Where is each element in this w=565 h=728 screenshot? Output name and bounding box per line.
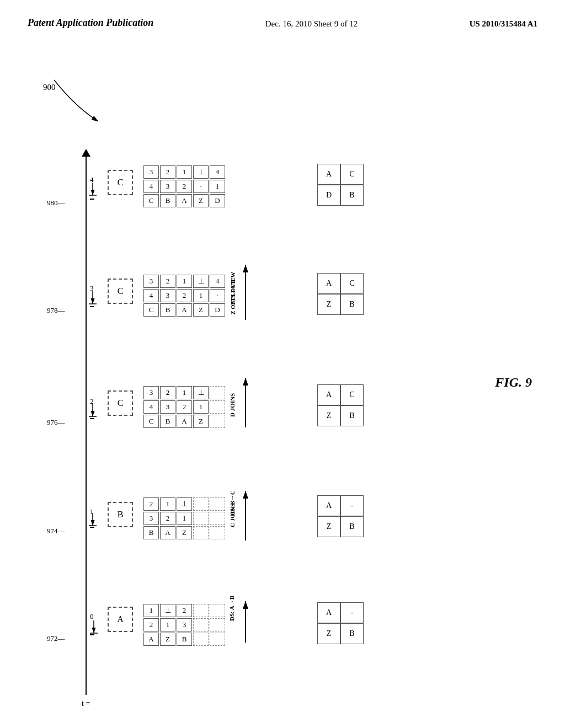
cell: · (193, 180, 209, 193)
cell: A (177, 194, 192, 207)
cell: 1 (193, 289, 209, 302)
label-978: 978— (47, 306, 65, 315)
cell: 1 (210, 180, 225, 193)
cell: C (340, 273, 364, 294)
cell: 1 (177, 386, 192, 399)
cell: 1 (177, 275, 192, 288)
step-1-arrow (84, 510, 101, 529)
step-4-arrow (84, 180, 101, 199)
cell: 2 (177, 604, 192, 617)
cell: B (340, 185, 364, 206)
cell: D (317, 185, 340, 206)
cell: 1 (160, 497, 175, 511)
step-2-arrow (84, 401, 101, 420)
cell: 4 (210, 275, 225, 288)
label-976: 976— (47, 418, 65, 427)
label-z-opts-2: SELF VIEW (230, 272, 236, 303)
cell: - (340, 602, 364, 623)
node-b-t1: B (108, 502, 133, 527)
grid-t4: 3 2 1 ⊥ 4 4 3 2 · 1 C B A Z D (143, 165, 226, 208)
cell: ⊥ (193, 165, 209, 179)
cell: B (177, 633, 192, 646)
cell: · (210, 289, 225, 302)
t-label: t = (82, 699, 90, 708)
right-grid-t4: A C D B (317, 164, 364, 206)
cell: 4 (210, 165, 225, 179)
cell: C (143, 415, 159, 428)
cell: C (143, 194, 159, 207)
grid-t0: 1 ⊥ 2 2 1 3 A Z B (143, 604, 226, 647)
cell: A (143, 633, 159, 646)
cell: 2 (160, 165, 175, 179)
cell (210, 633, 225, 646)
node-c-t3: C (108, 279, 133, 304)
cell: Z (317, 294, 340, 315)
cell: ⊥ (193, 275, 209, 288)
cell: B (143, 526, 159, 539)
label-974: 974— (47, 527, 65, 536)
cell (210, 497, 225, 511)
cell: D (210, 303, 225, 317)
cell: B (340, 294, 364, 315)
label-972: 972— (47, 634, 65, 643)
cell (210, 400, 225, 414)
cell: 3 (177, 618, 192, 631)
arrow-c-joins (229, 485, 273, 552)
axis-arrow-top (82, 149, 90, 157)
patent-number: US 2010/315484 A1 (470, 17, 537, 29)
node-c-t2: C (108, 390, 133, 416)
cell: 3 (143, 512, 159, 525)
cell: B (160, 415, 175, 428)
cell (210, 415, 225, 428)
cell: ⊥ (193, 386, 209, 399)
right-grid-t3: A C Z B (317, 273, 364, 315)
grid-t2: 3 2 1 ⊥ 4 3 2 1 C B A Z (143, 386, 226, 429)
cell: 4 (143, 400, 159, 414)
cell: Z (160, 633, 175, 646)
cell (210, 618, 225, 631)
arrow-d-joins (229, 372, 273, 438)
cell: 2 (160, 512, 175, 525)
cell (193, 633, 209, 646)
time-axis-line (86, 154, 87, 695)
cell: Z (317, 405, 340, 426)
cell: 1 (193, 400, 209, 414)
cell (193, 604, 209, 617)
cell: 3 (160, 400, 175, 414)
cell: 3 (160, 289, 175, 302)
cell: 4 (143, 180, 159, 193)
cell (210, 512, 225, 525)
cell: ⊥ (177, 497, 192, 511)
cell (210, 604, 225, 617)
cell: Z (317, 623, 340, 644)
page-header: Patent Application Publication Dec. 16, … (0, 0, 565, 35)
cell: A (177, 303, 192, 317)
cell: 3 (143, 165, 159, 179)
cell: 2 (160, 386, 175, 399)
right-grid-t0: A - Z B (317, 602, 364, 644)
cell: 3 (143, 275, 159, 288)
cell: - (340, 495, 364, 516)
cell: B (340, 516, 364, 537)
cell: B (160, 303, 175, 317)
cell: A (160, 526, 175, 539)
step-0-arrow (86, 618, 102, 637)
grid-t3: 3 2 1 ⊥ 4 4 3 2 1 · C B A Z D (143, 275, 226, 318)
cell: 1 (177, 165, 192, 179)
cell: 2 (177, 180, 192, 193)
cell (193, 497, 209, 511)
cell: A (317, 602, 340, 623)
cell: B (340, 405, 364, 426)
cell: Z (193, 415, 209, 428)
cell: 2 (177, 289, 192, 302)
diagram-area: 900 t = 972— 0 A 1 ⊥ 2 2 1 3 (0, 66, 565, 706)
cell: A (177, 415, 192, 428)
900-arrow (43, 74, 109, 130)
cell: 3 (160, 180, 175, 193)
fig-label: FIG. 9 (495, 375, 532, 390)
cell: ⊥ (160, 604, 175, 617)
cell: 2 (160, 275, 175, 288)
cell: Z (193, 303, 209, 317)
cell: D (210, 194, 225, 207)
right-grid-t2: A C Z B (317, 384, 364, 426)
